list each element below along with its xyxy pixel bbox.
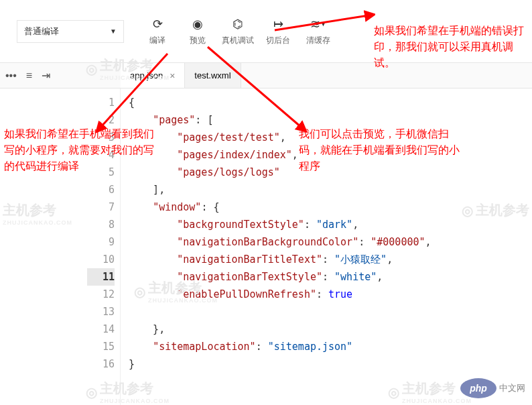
refresh-icon: ⟳	[153, 16, 163, 32]
stack-icon: ≋ ▼	[310, 16, 326, 32]
tab-label: test.wxml	[194, 70, 230, 80]
remote-debug-button[interactable]: ⌬ 真机调试	[218, 13, 258, 50]
more-icon[interactable]: •••	[5, 70, 17, 82]
code-editor[interactable]: 12345678910111213141516 { "pages": [ "pa…	[0, 89, 532, 405]
clear-cache-button[interactable]: ≋ ▼ 清缓存	[298, 13, 338, 50]
bug-icon: ⌬	[232, 16, 243, 32]
compile-mode-label: 普通编译	[24, 25, 59, 38]
close-icon[interactable]: ×	[170, 70, 175, 81]
tab-label: app.json	[130, 70, 163, 80]
background-button[interactable]: ↦ 切后台	[258, 13, 298, 50]
line-gutter: 12345678910111213141516	[87, 89, 121, 405]
chevron-down-icon: ▼	[110, 27, 117, 35]
tab-app-json[interactable]: app.json ×	[121, 63, 185, 88]
code-content: { "pages": [ "pages/test/test", "pages/i…	[121, 89, 532, 405]
compile-button[interactable]: ⟳ 编译	[137, 13, 178, 50]
php-logo-icon: php	[460, 378, 496, 398]
php-watermark: php 中文网	[460, 378, 525, 398]
preview-button[interactable]: ◉ 预览	[178, 13, 218, 50]
tab-bar: ••• ≡ ⇥ app.json × test.wxml	[0, 63, 532, 89]
switch-icon: ↦	[273, 16, 283, 32]
tree-icon[interactable]: ⇥	[42, 69, 50, 82]
eye-icon: ◉	[192, 16, 203, 32]
tab-test-wxml[interactable]: test.wxml	[185, 63, 241, 88]
indent-icon[interactable]: ≡	[26, 70, 32, 82]
toolbar: 普通编译 ▼ ⟳ 编译 ◉ 预览 ⌬ 真机调试 ↦ 切后台 ≋ ▼ 清缓存	[0, 0, 532, 63]
compile-mode-dropdown[interactable]: 普通编译 ▼	[17, 20, 124, 43]
